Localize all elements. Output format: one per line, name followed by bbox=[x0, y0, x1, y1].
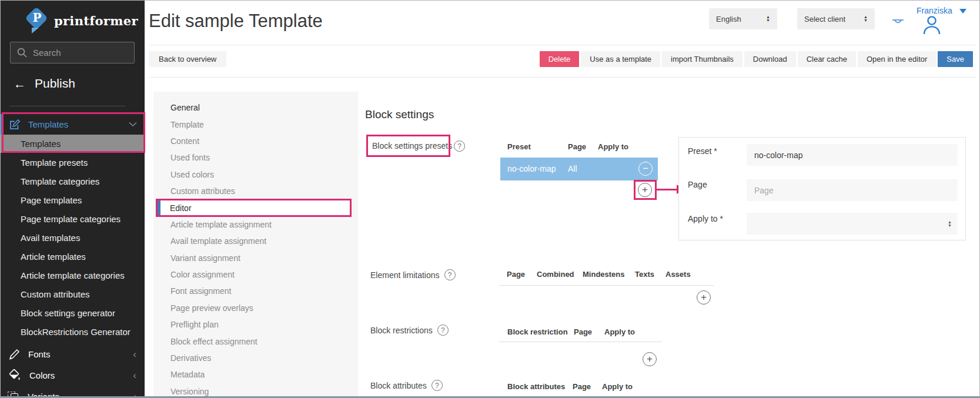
tab-avail-template-assignment[interactable]: Avail template assignment bbox=[153, 233, 358, 249]
updown-arrows-icon bbox=[766, 15, 770, 22]
settings-tabs-panel: General Template Content Used fonts Used… bbox=[153, 92, 358, 398]
sidebar-item-template-presets[interactable]: Template presets bbox=[1, 153, 145, 172]
remove-preset-button[interactable] bbox=[638, 162, 653, 176]
client-select[interactable]: Select client bbox=[797, 8, 875, 29]
search-icon bbox=[17, 48, 27, 58]
add-block-restriction-button[interactable] bbox=[643, 352, 657, 366]
presets-col-apply-to: Apply to bbox=[598, 142, 628, 151]
tab-font-assignment[interactable]: Font assignment bbox=[153, 283, 358, 299]
delete-button[interactable]: Delete bbox=[540, 51, 580, 67]
tab-preflight-plan[interactable]: Preflight plan bbox=[153, 316, 358, 333]
sidebar-item-blockrestrictions-generator[interactable]: BlockRestrictions Generator bbox=[1, 322, 145, 341]
br-col-apply-to: Apply to bbox=[604, 327, 635, 336]
preset-field-input[interactable] bbox=[747, 144, 958, 166]
sidebar-group-fonts-label: Fonts bbox=[28, 349, 51, 359]
tab-color-assignment[interactable]: Color assignment bbox=[153, 266, 358, 283]
toolbar-divider bbox=[149, 77, 976, 78]
add-preset-button[interactable] bbox=[638, 183, 652, 197]
tab-article-template-assignment[interactable]: Article template assignment bbox=[153, 216, 358, 233]
sidebar-group-variants-label: Variants bbox=[28, 392, 59, 398]
header-divider bbox=[149, 45, 976, 45]
pen-icon bbox=[8, 348, 21, 361]
chevron-down-icon bbox=[129, 122, 137, 127]
page-field-input[interactable] bbox=[747, 179, 958, 201]
sidebar-search-input[interactable]: Search bbox=[10, 42, 135, 63]
apply-to-select[interactable] bbox=[747, 213, 958, 235]
br-col-page: Page bbox=[574, 327, 592, 336]
block-restrictions-label: Block restrictions bbox=[370, 326, 433, 335]
add-element-limitation-button[interactable] bbox=[697, 290, 711, 305]
help-icon[interactable] bbox=[444, 269, 456, 280]
tab-used-colors[interactable]: Used colors bbox=[153, 166, 358, 183]
help-icon[interactable] bbox=[432, 380, 443, 391]
sidebar-item-templates-selected[interactable]: Templates bbox=[1, 135, 145, 153]
sidebar-group-colors[interactable]: Colors ‹ bbox=[1, 366, 145, 384]
tab-general[interactable]: General bbox=[153, 99, 358, 116]
search-placeholder: Search bbox=[33, 48, 61, 58]
presets-col-page: Page bbox=[568, 142, 586, 151]
app-logo[interactable]: P printformer bbox=[26, 6, 138, 35]
tab-versioning[interactable]: Versioning bbox=[153, 383, 358, 398]
tab-editor-active[interactable]: Editor bbox=[158, 199, 350, 216]
sidebar-item-page-template-categories[interactable]: Page template categories bbox=[1, 209, 145, 228]
tab-variant-assignment[interactable]: Variant assignment bbox=[153, 250, 358, 266]
app-window: P printformer Search ← Publish Templates… bbox=[0, 0, 980, 398]
chevron-left-icon: ‹ bbox=[133, 392, 136, 398]
sidebar-group-templates-label: Templates bbox=[28, 119, 68, 129]
clear-cache-button[interactable]: Clear cache bbox=[798, 51, 856, 67]
sidebar-item-avail-templates[interactable]: Avail templates bbox=[1, 228, 145, 247]
use-as-template-button[interactable]: Use as a template bbox=[581, 51, 660, 67]
user-avatar-icon[interactable] bbox=[922, 16, 942, 34]
preset-row-name: no-color-map bbox=[507, 164, 556, 173]
sidebar-group-variants[interactable]: Variants ‹ bbox=[1, 387, 145, 398]
element-limitations-label-row: Element limitations bbox=[370, 269, 456, 280]
sidebar-back-publish[interactable]: ← Publish bbox=[14, 76, 75, 91]
user-dropdown-caret-icon[interactable] bbox=[959, 9, 966, 14]
sidebar-item-block-settings-generator[interactable]: Block settings generator bbox=[1, 303, 145, 322]
preset-row-selected[interactable]: no-color-map All bbox=[500, 158, 658, 180]
tab-page-preview-overlays[interactable]: Page preview overlays bbox=[153, 300, 358, 316]
back-arrow-icon: ← bbox=[14, 78, 26, 90]
tab-template[interactable]: Template bbox=[153, 116, 358, 132]
sidebar-group-fonts[interactable]: Fonts ‹ bbox=[1, 345, 145, 363]
element-limitations-label: Element limitations bbox=[370, 270, 440, 280]
tab-block-effect-assignment[interactable]: Block effect assignment bbox=[153, 333, 358, 349]
back-to-overview-button[interactable]: Back to overview bbox=[149, 51, 226, 67]
username-link[interactable]: Franziska bbox=[917, 6, 952, 15]
sidebar-item-article-templates[interactable]: Article templates bbox=[1, 247, 145, 266]
sidebar-item-template-categories[interactable]: Template categories bbox=[1, 172, 145, 190]
br-col-restriction: Block restriction bbox=[507, 327, 568, 336]
sidebar-item-custom-attributes[interactable]: Custom attributes bbox=[1, 285, 145, 303]
language-select[interactable]: English bbox=[709, 8, 777, 29]
tab-derivatives[interactable]: Derivatives bbox=[153, 350, 358, 366]
block-restrictions-rule bbox=[499, 342, 662, 342]
block-attributes-label-row: Block attributes bbox=[370, 380, 443, 391]
block-attributes-label: Block attributes bbox=[370, 381, 427, 390]
import-thumbnails-button[interactable]: import Thumbnails bbox=[662, 51, 742, 67]
block-attributes-rule bbox=[499, 396, 662, 397]
tab-content[interactable]: Content bbox=[153, 133, 358, 149]
app-logo-text: printformer bbox=[54, 14, 138, 28]
element-limitations-rule bbox=[499, 285, 714, 286]
preset-row-page: All bbox=[568, 164, 577, 173]
tab-used-fonts[interactable]: Used fonts bbox=[153, 149, 358, 166]
sidebar-item-article-template-categories[interactable]: Article template categories bbox=[1, 266, 145, 285]
updown-arrows-icon bbox=[948, 220, 952, 228]
help-icon[interactable] bbox=[437, 325, 449, 336]
sidebar-group-templates[interactable]: Templates bbox=[1, 114, 145, 135]
el-col-combined: Combined bbox=[537, 270, 574, 279]
save-button[interactable]: Save bbox=[938, 51, 973, 67]
tab-custom-attributes[interactable]: Custom attributes bbox=[153, 183, 358, 199]
open-in-editor-button[interactable]: Open in the editor bbox=[858, 51, 936, 67]
collapse-caret-icon[interactable] bbox=[892, 19, 904, 26]
page-title: Edit sample Template bbox=[149, 11, 323, 32]
preset-form-panel: Preset * Page Apply to * bbox=[678, 137, 966, 240]
client-select-value: Select client bbox=[804, 15, 845, 24]
tab-metadata[interactable]: Metadata bbox=[153, 366, 358, 383]
language-select-value: English bbox=[716, 15, 741, 24]
presets-col-preset: Preset bbox=[507, 142, 531, 151]
sidebar-item-page-templates[interactable]: Page templates bbox=[1, 190, 145, 209]
section-heading: Block settings bbox=[365, 108, 434, 121]
help-icon[interactable] bbox=[454, 141, 465, 152]
download-button[interactable]: Download bbox=[744, 51, 796, 67]
